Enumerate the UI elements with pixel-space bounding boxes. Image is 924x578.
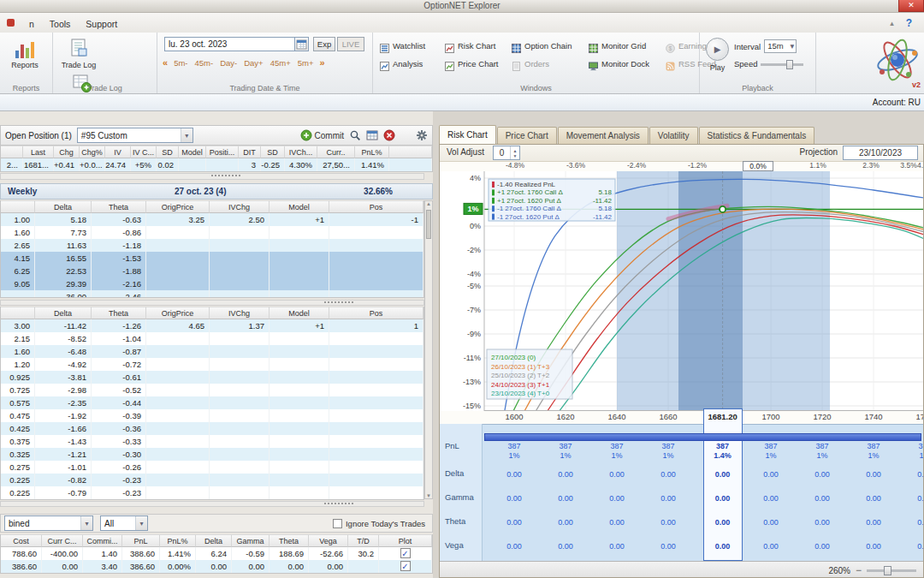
- table-cell[interactable]: 24.74: [105, 158, 131, 171]
- table-cell[interactable]: [210, 265, 270, 277]
- table-cell[interactable]: [270, 290, 329, 298]
- nav-button-45m[interactable]: 45m+: [270, 58, 291, 68]
- table-cell[interactable]: 2.15: [1, 332, 35, 345]
- table-cell[interactable]: [270, 486, 329, 499]
- table-cell[interactable]: [146, 461, 210, 474]
- table-cell[interactable]: [146, 252, 210, 265]
- table-cell[interactable]: -0.72: [92, 358, 146, 371]
- table-cell[interactable]: +1: [270, 319, 329, 332]
- table-cell[interactable]: [270, 396, 329, 409]
- table-cell[interactable]: -3.81: [35, 371, 92, 384]
- table-cell[interactable]: [210, 358, 270, 371]
- tab-statistics-fundamentals[interactable]: Statistics & Fundamentals: [699, 127, 815, 144]
- table-cell[interactable]: [270, 265, 329, 277]
- trade-log-button[interactable]: Trade Log: [56, 35, 101, 70]
- gear-icon[interactable]: [416, 129, 428, 141]
- table-cell[interactable]: [329, 461, 424, 474]
- table-cell[interactable]: -1.43: [35, 435, 92, 448]
- table-cell[interactable]: -1.88: [92, 265, 146, 277]
- table-cell[interactable]: 0.325: [1, 448, 35, 461]
- puts-table-hscrollbar[interactable]: [0, 501, 424, 507]
- table-cell[interactable]: 4.30%: [285, 158, 317, 171]
- table-cell[interactable]: [270, 384, 329, 396]
- table-cell[interactable]: 0.725: [1, 384, 35, 396]
- table-cell[interactable]: 4.15: [1, 252, 35, 265]
- window-toggle-analysis[interactable]: Analysis: [380, 57, 445, 71]
- table-cell[interactable]: 2.65: [1, 239, 35, 252]
- table-cell[interactable]: 1.00: [1, 213, 35, 226]
- table-cell[interactable]: [146, 290, 210, 298]
- table-cell[interactable]: [146, 277, 210, 290]
- nav-button-day[interactable]: Day-: [220, 58, 237, 68]
- table-cell[interactable]: [270, 226, 329, 239]
- nav-button-5m[interactable]: 5m+: [298, 58, 314, 68]
- table-cell[interactable]: [146, 435, 210, 448]
- table-cell[interactable]: -0.44: [92, 396, 146, 409]
- table-cell[interactable]: [1, 290, 35, 298]
- window-toggle-option-chain[interactable]: Option Chain: [512, 39, 589, 53]
- window-toggle-price-chart[interactable]: Price Chart: [445, 57, 512, 71]
- table-cell[interactable]: 0.225: [1, 486, 35, 499]
- table-cell[interactable]: -8.52: [35, 332, 92, 345]
- table-cell[interactable]: [210, 290, 270, 298]
- table-cell[interactable]: 1.20: [1, 358, 35, 371]
- table-cell[interactable]: -0.87: [92, 345, 146, 358]
- tab-movement-analysis[interactable]: Movement Analysis: [558, 127, 649, 144]
- table-cell[interactable]: -1.26: [92, 319, 146, 332]
- table-cell[interactable]: [389, 158, 432, 171]
- table-cell[interactable]: [146, 474, 210, 486]
- table-cell[interactable]: [270, 277, 329, 290]
- table-cell[interactable]: -1.92: [35, 409, 92, 422]
- table-cell[interactable]: [210, 461, 270, 474]
- close-position-icon[interactable]: [383, 129, 395, 141]
- table-cell[interactable]: -2.35: [35, 396, 92, 409]
- vol-adjust-spinner[interactable]: 0 ▲ ▼: [493, 146, 520, 160]
- table-cell[interactable]: [210, 396, 270, 409]
- table-cell[interactable]: 0.575: [1, 396, 35, 409]
- combined-dropdown[interactable]: bined ▾: [4, 515, 93, 531]
- table-cell[interactable]: [270, 448, 329, 461]
- nav-prev-icon[interactable]: «: [163, 57, 168, 68]
- trading-date-input[interactable]: lu. 23 oct. 2023: [164, 37, 308, 51]
- table-cell[interactable]: [329, 422, 424, 435]
- menu-item-support[interactable]: Support: [78, 17, 125, 31]
- table-cell[interactable]: [210, 277, 270, 290]
- table-cell[interactable]: 0.475: [1, 409, 35, 422]
- table-cell[interactable]: 3: [239, 158, 261, 171]
- table-cell[interactable]: [210, 435, 270, 448]
- table-cell[interactable]: [146, 332, 210, 345]
- table-cell[interactable]: [329, 409, 424, 422]
- risk-chart[interactable]: 4%0%-2%-4%-5%-7%-9%-11%-13%-15%1%-1.40 R…: [440, 171, 924, 411]
- table-cell[interactable]: [270, 409, 329, 422]
- table-cell[interactable]: [146, 358, 210, 371]
- table-cell[interactable]: [146, 422, 210, 435]
- play-button[interactable]: ▶: [706, 38, 729, 61]
- table-cell[interactable]: [329, 474, 424, 486]
- table-cell[interactable]: 22.53: [35, 265, 92, 277]
- table-cell[interactable]: 0.925: [1, 371, 35, 384]
- table-cell[interactable]: [210, 239, 270, 252]
- table-cell[interactable]: -1.21: [35, 448, 92, 461]
- scope-dropdown[interactable]: All ▾: [100, 515, 148, 531]
- search-icon[interactable]: [349, 129, 361, 141]
- table-cell[interactable]: [270, 239, 329, 252]
- interval-select[interactable]: 15m ▾: [764, 39, 797, 53]
- table-cell[interactable]: 6.25: [1, 265, 35, 277]
- table-cell[interactable]: 3.25: [146, 213, 210, 226]
- table-cell[interactable]: -1.04: [92, 332, 146, 345]
- table-cell[interactable]: [210, 474, 270, 486]
- vscroll-thumb[interactable]: [426, 210, 431, 239]
- table-cell[interactable]: -0.36: [92, 422, 146, 435]
- calls-table-hscrollbar[interactable]: [0, 300, 424, 306]
- table-cell[interactable]: [329, 448, 424, 461]
- table-cell[interactable]: [329, 345, 424, 358]
- table-cell[interactable]: -6.48: [35, 345, 92, 358]
- table-cell[interactable]: [270, 252, 329, 265]
- calendar-icon[interactable]: [294, 37, 309, 51]
- table-cell[interactable]: [270, 435, 329, 448]
- table-cell[interactable]: [329, 265, 424, 277]
- table-cell[interactable]: 7.73: [35, 226, 92, 239]
- ignore-trades-toggle[interactable]: Ignore Today's Trades: [333, 519, 429, 528]
- table-cell[interactable]: [179, 158, 206, 171]
- table-cell[interactable]: 3.00: [1, 319, 35, 332]
